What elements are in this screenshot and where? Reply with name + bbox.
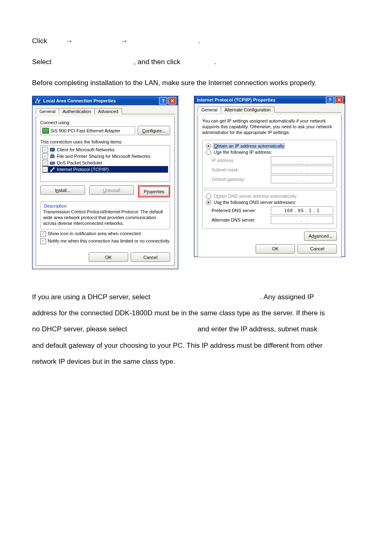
instruction-line-2: Select Internet Protocol (TCP/IP), and t… bbox=[32, 54, 360, 70]
radio-icon[interactable] bbox=[206, 200, 211, 205]
tcpip-properties-dialog: Internet Protocol (TCP/IP) Properties ? … bbox=[194, 96, 345, 257]
ip-address-label: IP address: bbox=[206, 158, 268, 163]
titlebar[interactable]: Local Area Connection Properties ? ✕ bbox=[32, 96, 178, 105]
gateway-label: Default gateway: bbox=[206, 177, 268, 182]
checkbox-icon[interactable]: ✓ bbox=[42, 153, 48, 159]
pref-dns-field[interactable]: 168 . 95 . 1 . 1 bbox=[271, 206, 333, 215]
body-paragraph: If you are using a DHCP server, select O… bbox=[32, 289, 360, 369]
radio-icon[interactable] bbox=[206, 194, 211, 199]
adapter-field: SiS 900 PCI Fast Ethernet Adapter bbox=[40, 126, 135, 135]
list-item[interactable]: ✓ Client for Microsoft Networks bbox=[42, 146, 168, 153]
window-title: Internet Protocol (TCP/IP) Properties bbox=[197, 97, 275, 102]
tab-alt-config[interactable]: Alternate Configuration bbox=[221, 106, 274, 113]
checkbox-icon[interactable]: ✓ bbox=[40, 238, 46, 244]
advanced-button[interactable]: Advanced... bbox=[304, 231, 337, 241]
cancel-button[interactable]: Cancel bbox=[297, 244, 337, 254]
dns-group: Obtain DNS server address automatically … bbox=[202, 190, 337, 229]
install-button[interactable]: Install... bbox=[40, 185, 85, 195]
radio-icon[interactable] bbox=[206, 143, 211, 149]
svg-rect-0 bbox=[35, 103, 40, 103]
list-item[interactable]: ✓ QoS Packet Scheduler bbox=[42, 159, 168, 166]
adapter-name: SiS 900 PCI Fast Ethernet Adapter bbox=[51, 128, 120, 133]
tcpip-icon bbox=[50, 167, 55, 172]
connect-using-label: Connect using: bbox=[40, 120, 170, 125]
uninstall-button[interactable]: Uninstall bbox=[89, 185, 134, 195]
subnet-label: Subnet mask: bbox=[206, 167, 268, 172]
list-item[interactable]: ✓ File and Printer Sharing for Microsoft… bbox=[42, 153, 168, 159]
gateway-field: ... bbox=[271, 175, 333, 183]
checkbox-icon[interactable]: ✓ bbox=[42, 166, 48, 172]
radio-icon[interactable] bbox=[206, 150, 211, 155]
items-list[interactable]: ✓ Client for Microsoft Networks ✓ File a… bbox=[40, 145, 170, 182]
properties-highlight: Properties bbox=[138, 185, 170, 197]
tab-authentication[interactable]: Authentication bbox=[59, 108, 95, 114]
svg-rect-4 bbox=[50, 162, 55, 164]
connection-icon bbox=[35, 98, 41, 104]
configure-button[interactable]: Configure... bbox=[138, 126, 170, 135]
qos-icon bbox=[50, 160, 55, 166]
help-button[interactable]: ? bbox=[326, 96, 334, 104]
instruction-line-1: Click Start → Control Panel → Network Co… bbox=[32, 33, 360, 49]
svg-rect-1 bbox=[50, 148, 55, 151]
explain-text: You can get IP settings assigned automat… bbox=[202, 118, 337, 135]
cancel-button[interactable]: Cancel bbox=[131, 252, 170, 262]
pref-dns-label: Preferred DNS server: bbox=[206, 208, 268, 213]
radio-obtain-dns[interactable]: Obtain DNS server address automatically bbox=[206, 194, 333, 199]
printer-icon bbox=[50, 154, 55, 159]
svg-rect-2 bbox=[51, 155, 54, 158]
close-button[interactable]: ✕ bbox=[335, 96, 343, 104]
properties-button[interactable]: Properties bbox=[139, 187, 169, 196]
tab-row: General Alternate Configuration bbox=[198, 106, 341, 113]
svg-point-6 bbox=[53, 167, 55, 169]
radio-use-ip[interactable]: Use the following IP address: bbox=[206, 150, 333, 155]
ip-address-field: ... bbox=[271, 156, 333, 164]
alt-dns-label: Alternate DNS server: bbox=[206, 217, 268, 222]
help-button[interactable]: ? bbox=[159, 97, 167, 104]
client-icon bbox=[50, 147, 55, 153]
ok-button[interactable]: OK bbox=[89, 252, 128, 262]
tab-row: General Authentication Advanced bbox=[36, 108, 175, 114]
subnet-field: ... bbox=[271, 166, 333, 174]
ip-group: Obtain an IP address automatically Use t… bbox=[202, 140, 337, 188]
svg-rect-3 bbox=[51, 154, 53, 155]
notify-checkbox[interactable]: ✓ Notify me when this connection has lim… bbox=[40, 238, 170, 244]
ok-button[interactable]: OK bbox=[256, 244, 295, 254]
svg-point-5 bbox=[50, 170, 52, 172]
titlebar[interactable]: Internet Protocol (TCP/IP) Properties ? … bbox=[194, 96, 345, 104]
nic-icon bbox=[42, 128, 49, 134]
alt-dns-field[interactable]: ... bbox=[271, 216, 333, 224]
description-group: Description Transmission Control Protoco… bbox=[40, 201, 170, 229]
checkbox-icon[interactable]: ✓ bbox=[42, 147, 48, 153]
radio-obtain-ip[interactable]: Obtain an IP address automatically bbox=[206, 143, 333, 149]
description-text: Transmission Control Protocol/Internet P… bbox=[43, 209, 167, 226]
list-item-selected[interactable]: ✓ Internet Protocol (TCP/IP) bbox=[42, 166, 168, 173]
lan-properties-dialog: Local Area Connection Properties ? ✕ Gen… bbox=[32, 96, 178, 269]
window-title: Local Area Connection Properties bbox=[43, 98, 116, 103]
tab-advanced[interactable]: Advanced bbox=[95, 108, 122, 114]
instruction-line-3: Before completing installation to the LA… bbox=[32, 75, 360, 91]
tab-general[interactable]: General bbox=[36, 108, 59, 114]
items-label: This connection uses the following items… bbox=[40, 139, 170, 144]
tab-general[interactable]: General bbox=[198, 106, 221, 113]
description-title: Description bbox=[43, 203, 67, 208]
checkbox-icon[interactable]: ✓ bbox=[40, 231, 46, 237]
close-button[interactable]: ✕ bbox=[168, 97, 176, 104]
radio-use-dns[interactable]: Use the following DNS server addresses: bbox=[206, 200, 333, 205]
checkbox-icon[interactable]: ✓ bbox=[42, 160, 48, 166]
show-icon-checkbox[interactable]: ✓ Show icon in notification area when co… bbox=[40, 231, 170, 237]
